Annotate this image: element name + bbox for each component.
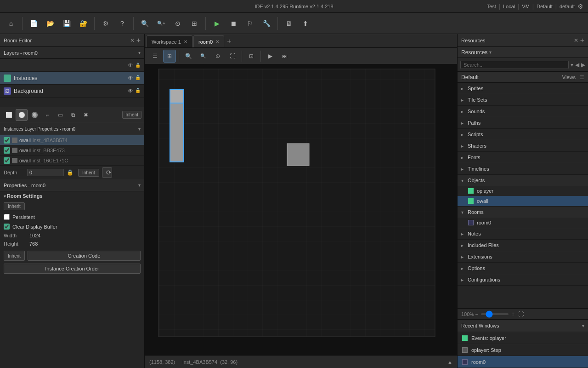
upload-button[interactable]: 🔐: [76, 16, 90, 31]
canvas-next[interactable]: ⏭: [278, 50, 291, 63]
resource-item-owall[interactable]: owall: [458, 196, 588, 206]
instance-creation-order-btn[interactable]: Instance Creation Order: [4, 264, 141, 274]
resources-add-btn[interactable]: +: [580, 36, 584, 45]
recent-windows-dropdown[interactable]: [582, 323, 584, 328]
room-settings-collapse[interactable]: [4, 194, 6, 199]
home-button[interactable]: ⌂: [4, 16, 18, 31]
all-lock-icon[interactable]: 🔒: [135, 63, 141, 68]
included-files-header[interactable]: Included Files: [458, 240, 588, 251]
fill-tool[interactable]: 🔘: [28, 109, 40, 121]
tab-add-btn[interactable]: +: [225, 35, 233, 47]
room-editor-add[interactable]: +: [136, 36, 141, 45]
inherit-left-btn[interactable]: Inherit: [4, 251, 25, 261]
zoom-slider[interactable]: [481, 313, 509, 315]
instance-check-0[interactable]: [4, 137, 10, 144]
env-vm[interactable]: VM: [522, 4, 530, 9]
env-default[interactable]: Default: [537, 4, 553, 9]
layers-header[interactable]: Layers - room0: [0, 47, 144, 59]
rooms-header[interactable]: Rooms: [458, 207, 588, 218]
recent-item-events-oplayer[interactable]: Events: oplayer: [458, 332, 588, 344]
zoom-fit-btn[interactable]: ⛶: [517, 311, 525, 317]
delete-tool[interactable]: ✖: [80, 109, 92, 121]
extensions-header[interactable]: Extensions: [458, 251, 588, 262]
select-tool[interactable]: ⬜: [3, 109, 15, 121]
instances-layer-row[interactable]: Instances 👁 🔒: [0, 72, 144, 85]
zoom-in-button[interactable]: 🔍+: [154, 16, 169, 31]
tab-workspace1-close[interactable]: ✕: [184, 39, 187, 44]
env-default2[interactable]: default: [560, 4, 575, 9]
instance-check-2[interactable]: [4, 157, 10, 164]
background-visible-icon[interactable]: 👁: [128, 88, 133, 94]
canvas-play[interactable]: ▶: [264, 50, 277, 63]
canvas-zoom-out[interactable]: 🔍: [182, 50, 195, 63]
line-tool[interactable]: ⌐: [41, 109, 53, 121]
resource-item-oplayer[interactable]: oplayer: [458, 186, 588, 196]
recent-windows-header[interactable]: Recent Windows: [458, 319, 588, 332]
depth-input[interactable]: [27, 169, 64, 176]
canvas-zoom-in[interactable]: 🔍: [197, 50, 209, 63]
help-button[interactable]: ?: [115, 16, 130, 31]
search-prev-btn[interactable]: ◀: [575, 62, 579, 68]
timelines-header[interactable]: Timelines: [458, 163, 588, 174]
stop-button[interactable]: ⏹: [226, 16, 241, 31]
save-button[interactable]: 💾: [59, 16, 74, 31]
instances-visible-icon[interactable]: 👁: [128, 75, 133, 81]
resource-item-room0[interactable]: room0: [458, 218, 588, 228]
tab-workspace1[interactable]: Workspace 1 ✕: [147, 35, 192, 47]
extension-button[interactable]: ⚙: [98, 16, 113, 31]
monitor-button[interactable]: 🖥: [282, 16, 296, 31]
instance-row-0[interactable]: owall inst_4BA3B574: [0, 135, 144, 145]
grid-button[interactable]: ⊞: [187, 16, 202, 31]
inherit-tool-btn[interactable]: Inherit: [122, 111, 141, 119]
scripts-header[interactable]: Scripts: [458, 129, 588, 140]
recent-item-oplayer-step[interactable]: oplayer: Step: [458, 344, 588, 356]
search-next-btn[interactable]: ▶: [581, 62, 585, 68]
depth-inherit-btn[interactable]: Inherit: [78, 169, 99, 177]
instance-row-2[interactable]: owall inst_16CE171C: [0, 155, 144, 166]
tilesets-header[interactable]: Tile Sets: [458, 94, 588, 105]
canvas-grid-btn[interactable]: ⊞: [163, 50, 176, 63]
persistent-check[interactable]: [4, 214, 10, 220]
properties-header[interactable]: Properties - room0: [0, 179, 144, 191]
canvas-zoom-reset[interactable]: ⊙: [211, 50, 224, 63]
tab-room0[interactable]: room0 ✕: [193, 35, 224, 47]
fonts-header[interactable]: Fonts: [458, 152, 588, 163]
notes-header[interactable]: Notes: [458, 228, 588, 239]
instances-dropdown[interactable]: [138, 126, 141, 132]
zoom-plus-btn[interactable]: +: [510, 311, 515, 317]
paths-header[interactable]: Paths: [458, 117, 588, 128]
env-local[interactable]: Local: [503, 4, 515, 9]
depth-lock[interactable]: 🔒: [67, 169, 74, 176]
configurations-header[interactable]: Configurations: [458, 274, 588, 285]
canvas-grid-toggle[interactable]: ☰: [148, 50, 161, 63]
recent-item-room0[interactable]: room0: [458, 356, 588, 368]
views-label[interactable]: Views: [562, 75, 576, 80]
resource-menu-icon[interactable]: ☰: [579, 74, 584, 80]
options-header[interactable]: Options: [458, 263, 588, 274]
sprites-header[interactable]: Sprites: [458, 83, 588, 94]
zoom-out-button[interactable]: 🔍: [137, 16, 152, 31]
room-inherit-btn[interactable]: Inherit: [4, 202, 25, 210]
play-button[interactable]: ▶: [209, 16, 224, 31]
zoom-fit-button[interactable]: ⊙: [170, 16, 185, 31]
canvas-fit[interactable]: ⛶: [226, 50, 239, 63]
new-file-button[interactable]: 📄: [26, 16, 41, 31]
instances-lock-icon[interactable]: 🔒: [135, 75, 141, 81]
resources-dropdown-bar[interactable]: Resources ▾: [458, 47, 588, 58]
canvas-snap[interactable]: ⊡: [245, 50, 258, 63]
layers-dropdown[interactable]: [138, 50, 141, 55]
instances-layer-props-header[interactable]: Instances Layer Properties - room0: [0, 123, 144, 135]
env-test[interactable]: Test: [487, 4, 496, 9]
rect-tool[interactable]: ▭: [54, 109, 66, 121]
shaders-header[interactable]: Shaders: [458, 140, 588, 151]
copy-tool[interactable]: ⧉: [67, 109, 79, 121]
debug-button[interactable]: ⚐: [243, 16, 257, 31]
objects-header[interactable]: Objects: [458, 175, 588, 186]
export-button[interactable]: ⬆: [298, 16, 313, 31]
open-button[interactable]: 📂: [43, 16, 57, 31]
clean-button[interactable]: 🔧: [259, 16, 274, 31]
tab-room0-close[interactable]: ✕: [215, 39, 219, 44]
pencil-tool[interactable]: ⚪: [16, 109, 28, 121]
sounds-header[interactable]: Sounds: [458, 106, 588, 117]
background-layer-row[interactable]: 🖼 Background 👁 🔒: [0, 85, 144, 98]
